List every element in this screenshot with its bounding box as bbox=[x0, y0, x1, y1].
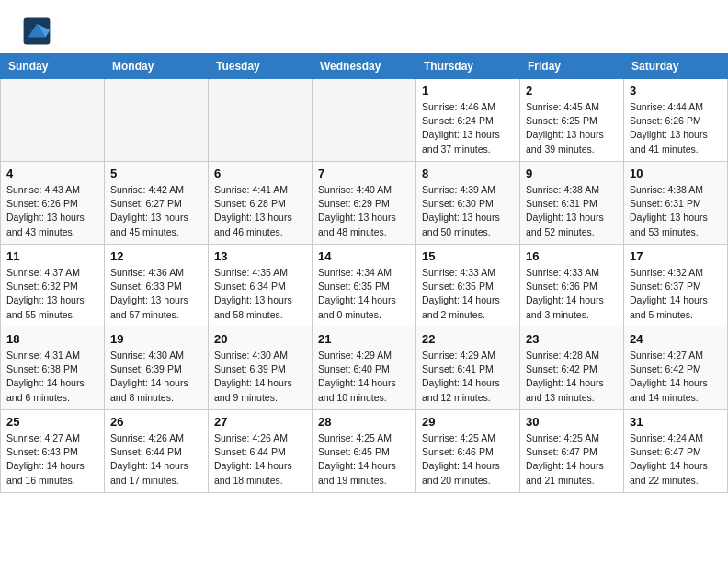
day-info: Sunrise: 4:40 AM Sunset: 6:29 PM Dayligh… bbox=[318, 183, 410, 239]
calendar-cell: 12Sunrise: 4:36 AM Sunset: 6:33 PM Dayli… bbox=[105, 245, 209, 327]
day-number: 24 bbox=[630, 332, 722, 346]
day-info: Sunrise: 4:24 AM Sunset: 6:47 PM Dayligh… bbox=[630, 431, 722, 488]
calendar-cell: 21Sunrise: 4:29 AM Sunset: 6:40 PM Dayli… bbox=[313, 327, 416, 410]
day-info: Sunrise: 4:43 AM Sunset: 6:26 PM Dayligh… bbox=[6, 183, 98, 239]
day-info: Sunrise: 4:27 AM Sunset: 6:43 PM Dayligh… bbox=[6, 431, 98, 488]
day-number: 4 bbox=[6, 167, 98, 180]
day-info: Sunrise: 4:36 AM Sunset: 6:33 PM Dayligh… bbox=[110, 266, 202, 322]
calendar-cell: 27Sunrise: 4:26 AM Sunset: 6:44 PM Dayli… bbox=[209, 410, 313, 493]
calendar-week-4: 18Sunrise: 4:31 AM Sunset: 6:38 PM Dayli… bbox=[1, 327, 728, 410]
day-number: 12 bbox=[110, 249, 202, 263]
day-number: 19 bbox=[110, 332, 202, 346]
day-number: 11 bbox=[6, 249, 98, 263]
calendar-cell: 22Sunrise: 4:29 AM Sunset: 6:41 PM Dayli… bbox=[416, 327, 520, 410]
day-info: Sunrise: 4:31 AM Sunset: 6:38 PM Dayligh… bbox=[6, 349, 98, 405]
page-header bbox=[0, 0, 728, 53]
day-info: Sunrise: 4:33 AM Sunset: 6:35 PM Dayligh… bbox=[422, 266, 514, 322]
calendar-cell: 25Sunrise: 4:27 AM Sunset: 6:43 PM Dayli… bbox=[1, 410, 105, 493]
calendar-cell: 13Sunrise: 4:35 AM Sunset: 6:34 PM Dayli… bbox=[209, 245, 313, 327]
calendar-cell: 4Sunrise: 4:43 AM Sunset: 6:26 PM Daylig… bbox=[1, 162, 105, 245]
day-number: 3 bbox=[630, 84, 722, 98]
calendar-cell: 26Sunrise: 4:26 AM Sunset: 6:44 PM Dayli… bbox=[105, 410, 209, 493]
calendar-cell: 10Sunrise: 4:38 AM Sunset: 6:31 PM Dayli… bbox=[624, 162, 728, 245]
calendar-table: SundayMondayTuesdayWednesdayThursdayFrid… bbox=[0, 53, 728, 493]
calendar-cell: 28Sunrise: 4:25 AM Sunset: 6:45 PM Dayli… bbox=[313, 410, 416, 493]
day-info: Sunrise: 4:32 AM Sunset: 6:37 PM Dayligh… bbox=[630, 266, 722, 322]
calendar-week-3: 11Sunrise: 4:37 AM Sunset: 6:32 PM Dayli… bbox=[1, 245, 728, 327]
day-info: Sunrise: 4:25 AM Sunset: 6:47 PM Dayligh… bbox=[526, 431, 618, 488]
day-number: 27 bbox=[214, 415, 306, 429]
weekday-header-monday: Monday bbox=[105, 54, 209, 79]
calendar-cell: 3Sunrise: 4:44 AM Sunset: 6:26 PM Daylig… bbox=[624, 79, 728, 162]
day-number: 25 bbox=[6, 415, 98, 429]
calendar-cell: 2Sunrise: 4:45 AM Sunset: 6:25 PM Daylig… bbox=[520, 79, 624, 162]
calendar-cell: 8Sunrise: 4:39 AM Sunset: 6:30 PM Daylig… bbox=[416, 162, 520, 245]
day-number: 7 bbox=[318, 167, 410, 180]
calendar-cell: 14Sunrise: 4:34 AM Sunset: 6:35 PM Dayli… bbox=[313, 245, 416, 327]
day-info: Sunrise: 4:42 AM Sunset: 6:27 PM Dayligh… bbox=[110, 183, 202, 239]
day-info: Sunrise: 4:27 AM Sunset: 6:42 PM Dayligh… bbox=[630, 349, 722, 405]
weekday-header-thursday: Thursday bbox=[416, 54, 520, 79]
calendar-cell: 30Sunrise: 4:25 AM Sunset: 6:47 PM Dayli… bbox=[520, 410, 624, 493]
calendar-cell: 18Sunrise: 4:31 AM Sunset: 6:38 PM Dayli… bbox=[1, 327, 105, 410]
weekday-header-row: SundayMondayTuesdayWednesdayThursdayFrid… bbox=[1, 54, 728, 79]
day-info: Sunrise: 4:44 AM Sunset: 6:26 PM Dayligh… bbox=[630, 100, 722, 156]
day-info: Sunrise: 4:25 AM Sunset: 6:45 PM Dayligh… bbox=[318, 431, 410, 488]
calendar-cell: 23Sunrise: 4:28 AM Sunset: 6:42 PM Dayli… bbox=[520, 327, 624, 410]
day-info: Sunrise: 4:26 AM Sunset: 6:44 PM Dayligh… bbox=[214, 431, 306, 488]
calendar-cell bbox=[105, 79, 209, 162]
day-number: 28 bbox=[318, 415, 410, 429]
day-number: 8 bbox=[422, 167, 514, 180]
day-info: Sunrise: 4:41 AM Sunset: 6:28 PM Dayligh… bbox=[214, 183, 306, 239]
day-info: Sunrise: 4:29 AM Sunset: 6:40 PM Dayligh… bbox=[318, 349, 410, 405]
day-info: Sunrise: 4:38 AM Sunset: 6:31 PM Dayligh… bbox=[526, 183, 618, 239]
weekday-header-wednesday: Wednesday bbox=[313, 54, 416, 79]
logo-icon bbox=[22, 17, 51, 46]
calendar-week-1: 1Sunrise: 4:46 AM Sunset: 6:24 PM Daylig… bbox=[1, 79, 728, 162]
day-info: Sunrise: 4:28 AM Sunset: 6:42 PM Dayligh… bbox=[526, 349, 618, 405]
day-info: Sunrise: 4:39 AM Sunset: 6:30 PM Dayligh… bbox=[422, 183, 514, 239]
day-number: 23 bbox=[526, 332, 618, 346]
calendar-cell: 16Sunrise: 4:33 AM Sunset: 6:36 PM Dayli… bbox=[520, 245, 624, 327]
day-info: Sunrise: 4:45 AM Sunset: 6:25 PM Dayligh… bbox=[526, 100, 618, 156]
day-info: Sunrise: 4:29 AM Sunset: 6:41 PM Dayligh… bbox=[422, 349, 514, 405]
weekday-header-sunday: Sunday bbox=[1, 54, 105, 79]
day-info: Sunrise: 4:30 AM Sunset: 6:39 PM Dayligh… bbox=[214, 349, 306, 405]
calendar-cell: 5Sunrise: 4:42 AM Sunset: 6:27 PM Daylig… bbox=[105, 162, 209, 245]
day-info: Sunrise: 4:25 AM Sunset: 6:46 PM Dayligh… bbox=[422, 431, 514, 488]
day-number: 21 bbox=[318, 332, 410, 346]
calendar-cell: 20Sunrise: 4:30 AM Sunset: 6:39 PM Dayli… bbox=[209, 327, 313, 410]
day-info: Sunrise: 4:26 AM Sunset: 6:44 PM Dayligh… bbox=[110, 431, 202, 488]
weekday-header-friday: Friday bbox=[520, 54, 624, 79]
day-info: Sunrise: 4:34 AM Sunset: 6:35 PM Dayligh… bbox=[318, 266, 410, 322]
calendar-cell bbox=[209, 79, 313, 162]
day-number: 13 bbox=[214, 249, 306, 263]
logo bbox=[22, 17, 55, 46]
day-number: 6 bbox=[214, 167, 306, 180]
day-number: 1 bbox=[422, 84, 514, 98]
calendar-cell: 11Sunrise: 4:37 AM Sunset: 6:32 PM Dayli… bbox=[1, 245, 105, 327]
day-number: 26 bbox=[110, 415, 202, 429]
calendar-cell: 1Sunrise: 4:46 AM Sunset: 6:24 PM Daylig… bbox=[416, 79, 520, 162]
day-number: 14 bbox=[318, 249, 410, 263]
calendar-week-5: 25Sunrise: 4:27 AM Sunset: 6:43 PM Dayli… bbox=[1, 410, 728, 493]
day-info: Sunrise: 4:37 AM Sunset: 6:32 PM Dayligh… bbox=[6, 266, 98, 322]
calendar-cell: 24Sunrise: 4:27 AM Sunset: 6:42 PM Dayli… bbox=[624, 327, 728, 410]
day-number: 22 bbox=[422, 332, 514, 346]
calendar-cell: 31Sunrise: 4:24 AM Sunset: 6:47 PM Dayli… bbox=[624, 410, 728, 493]
day-number: 30 bbox=[526, 415, 618, 429]
calendar-cell: 29Sunrise: 4:25 AM Sunset: 6:46 PM Dayli… bbox=[416, 410, 520, 493]
day-number: 15 bbox=[422, 249, 514, 263]
day-number: 5 bbox=[110, 167, 202, 180]
calendar-cell bbox=[313, 79, 416, 162]
weekday-header-tuesday: Tuesday bbox=[209, 54, 313, 79]
day-number: 18 bbox=[6, 332, 98, 346]
calendar-cell: 17Sunrise: 4:32 AM Sunset: 6:37 PM Dayli… bbox=[624, 245, 728, 327]
day-number: 31 bbox=[630, 415, 722, 429]
calendar-cell: 6Sunrise: 4:41 AM Sunset: 6:28 PM Daylig… bbox=[209, 162, 313, 245]
calendar-cell bbox=[1, 79, 105, 162]
day-number: 2 bbox=[526, 84, 618, 98]
day-info: Sunrise: 4:33 AM Sunset: 6:36 PM Dayligh… bbox=[526, 266, 618, 322]
calendar-cell: 7Sunrise: 4:40 AM Sunset: 6:29 PM Daylig… bbox=[313, 162, 416, 245]
weekday-header-saturday: Saturday bbox=[624, 54, 728, 79]
